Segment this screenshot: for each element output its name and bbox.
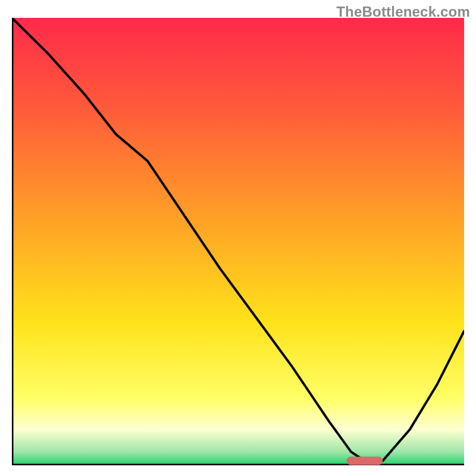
bottleneck-chart [12, 18, 464, 465]
chart-container: TheBottleneck.com [0, 0, 476, 476]
optimal-marker [346, 457, 383, 465]
chart-area [12, 18, 464, 465]
gradient-field [12, 18, 464, 465]
